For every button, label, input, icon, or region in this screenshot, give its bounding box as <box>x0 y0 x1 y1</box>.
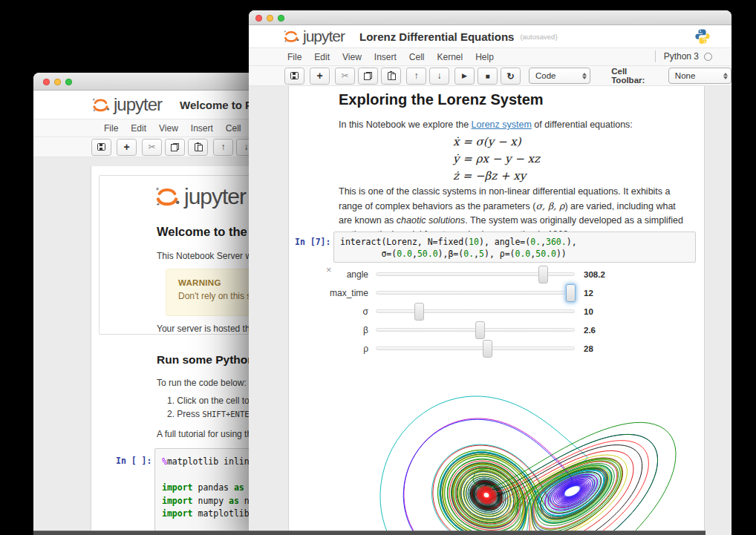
slider-handle[interactable] <box>414 303 424 321</box>
step-number: 2. <box>167 409 177 419</box>
jupyter-logo-icon <box>282 27 300 45</box>
code-token: 0. <box>530 237 541 247</box>
code-token: import <box>162 496 193 506</box>
zoom-button[interactable] <box>65 79 72 85</box>
front-titlebar[interactable] <box>249 10 731 25</box>
code-token: matplotlib <box>193 508 250 519</box>
python-logo-icon <box>694 28 711 45</box>
code-token: import <box>162 482 193 493</box>
save-button[interactable] <box>284 68 304 85</box>
stop-button[interactable]: ■ <box>478 68 498 85</box>
menu-item-edit[interactable]: Edit <box>314 52 330 62</box>
traffic-lights <box>255 15 284 22</box>
menu-item-view[interactable]: View <box>159 123 178 134</box>
paste-button[interactable] <box>188 139 208 156</box>
add-cell-icon: + <box>123 141 129 153</box>
toolbar-group: ▶■↻ <box>454 68 521 85</box>
menu-item-cell[interactable]: Cell <box>409 52 425 62</box>
save-button[interactable] <box>91 139 111 156</box>
slider-value: 308.2 <box>584 270 605 279</box>
code-token: 50.0 <box>535 249 556 259</box>
back-notebook-title[interactable]: Welcome to Py <box>180 99 258 111</box>
run-button[interactable]: ▶ <box>454 68 475 85</box>
move-down-button[interactable]: ↓ <box>429 68 449 85</box>
instruction-step: 2. Press SHIFT+ENTER <box>167 408 261 421</box>
jupyter-logo[interactable]: jupyter <box>282 27 345 45</box>
toolbar-group <box>91 139 111 156</box>
jupyter-logo-text: jupyter <box>303 27 345 45</box>
slider-handle[interactable] <box>475 321 485 339</box>
slider-track[interactable] <box>376 291 575 295</box>
restart-icon: ↻ <box>506 70 514 82</box>
paste-button[interactable] <box>381 68 401 85</box>
code-token: σ=( <box>340 249 397 259</box>
menu-item-edit[interactable]: Edit <box>131 123 146 134</box>
intro-paragraph: In this Notebook we explore the Lorenz s… <box>339 118 688 132</box>
jupyter-logo-icon <box>153 183 181 211</box>
menu-item-file[interactable]: File <box>287 52 302 62</box>
slider-handle[interactable] <box>483 340 492 358</box>
zoom-button[interactable] <box>278 15 284 22</box>
code-line: interact(Lorenz, N=fixed(10), angle=(0.,… <box>340 236 689 248</box>
slider-handle[interactable] <box>538 266 548 283</box>
cell-toolbar-select[interactable]: None <box>668 68 731 84</box>
cut-button[interactable]: ✂ <box>335 68 355 85</box>
cut-icon: ✂ <box>148 142 155 152</box>
slider-value: 28 <box>584 344 593 353</box>
close-button[interactable] <box>255 15 262 22</box>
code-token: ), ρ=( <box>484 249 515 259</box>
cut-button[interactable]: ✂ <box>142 139 162 156</box>
inline-link[interactable]: Lorenz system <box>472 119 532 130</box>
add-cell-button[interactable]: + <box>117 139 137 156</box>
code-cell-interact[interactable]: interact(Lorenz, N=fixed(10), angle=(0.,… <box>333 232 696 263</box>
code-token: % <box>162 456 167 467</box>
code-token: )) <box>556 249 567 259</box>
code-token: , <box>541 237 546 247</box>
run-icon: ▶ <box>462 72 467 79</box>
save-icon <box>290 72 299 79</box>
menu-item-help[interactable]: Help <box>475 52 494 62</box>
toolbar-group: + <box>117 139 137 156</box>
menu-item-file[interactable]: File <box>104 123 118 134</box>
copy-button[interactable] <box>165 139 185 156</box>
slider-label: σ <box>289 306 376 317</box>
move-up-button[interactable]: ↑ <box>213 139 233 156</box>
slider-handle[interactable] <box>566 284 576 302</box>
hosted-text: Your server is hosted than <box>157 324 260 334</box>
move-up-button[interactable]: ↑ <box>406 68 426 85</box>
code-token: 10 <box>469 237 479 247</box>
slider-track[interactable] <box>376 272 575 276</box>
menu-item-cell[interactable]: Cell <box>226 123 241 134</box>
menu-item-insert[interactable]: Insert <box>191 123 213 134</box>
restart-button[interactable]: ↻ <box>501 68 521 85</box>
cut-icon: ✂ <box>341 70 348 81</box>
toolbar-group: + <box>310 68 330 85</box>
slider-track[interactable] <box>376 309 575 313</box>
run-python-heading: Run some Python c <box>157 353 264 367</box>
kernel-name: Python 3 <box>664 51 699 62</box>
code-token: pandas <box>193 482 234 493</box>
close-button[interactable] <box>43 79 50 85</box>
minimize-button[interactable] <box>54 79 61 85</box>
slider-track[interactable] <box>376 347 575 350</box>
notebook-title[interactable]: Lorenz Differential Equations <box>359 30 514 43</box>
cell-type-select[interactable]: Code <box>529 68 590 84</box>
minimize-button[interactable] <box>267 15 273 22</box>
slider-track[interactable] <box>376 328 575 332</box>
add-cell-button[interactable]: + <box>310 68 330 85</box>
menu-item-view[interactable]: View <box>342 52 362 62</box>
toolbar-group: ✂ <box>335 68 401 85</box>
cell-toolbar-label: Cell Toolbar: <box>611 67 662 85</box>
copy-button[interactable] <box>358 68 378 85</box>
slider-widget-area: angle308.2max_time12σ10β2.6ρ28 <box>289 265 704 358</box>
menu-item-insert[interactable]: Insert <box>374 52 397 62</box>
menu-item-kernel[interactable]: Kernel <box>437 52 463 62</box>
toolbar-group <box>284 68 304 85</box>
step-number: 1. <box>167 395 177 406</box>
text-segment: σ, β, ρ <box>535 200 564 211</box>
lorenz-attractor-plot <box>376 392 680 535</box>
jupyter-logo[interactable]: jupyter <box>91 94 162 115</box>
jupyter-logo-text: jupyter <box>114 94 162 115</box>
toolbar-group: ↑↓ <box>406 68 449 85</box>
slider-row-: ρ28 <box>289 339 704 358</box>
